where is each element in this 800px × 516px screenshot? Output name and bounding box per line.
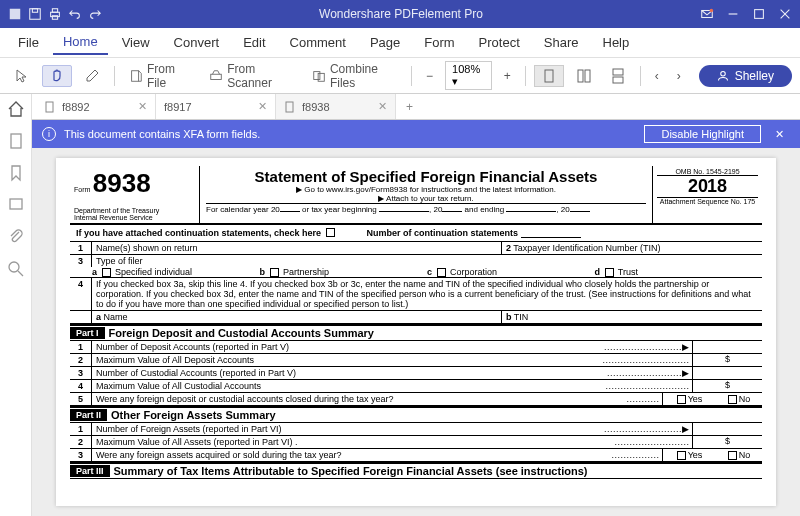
comments-icon[interactable] xyxy=(7,196,25,214)
minimize-icon[interactable] xyxy=(726,7,740,21)
side-rail xyxy=(0,94,32,516)
close-icon[interactable]: ✕ xyxy=(258,100,267,113)
menu-file[interactable]: File xyxy=(8,31,49,54)
svg-rect-26 xyxy=(46,102,53,112)
cont-checkbox[interactable] xyxy=(326,228,335,237)
page-width-button[interactable] xyxy=(570,66,598,86)
l4-text: If you checked box 3a, skip this line 4.… xyxy=(92,278,762,310)
menu-convert[interactable]: Convert xyxy=(164,31,230,54)
bookmarks-icon[interactable] xyxy=(7,164,25,182)
alert-close-icon[interactable]: ✕ xyxy=(769,128,790,141)
svg-rect-17 xyxy=(578,70,583,82)
form-title: Statement of Specified Foreign Financial… xyxy=(206,168,646,185)
l3b-checkbox[interactable] xyxy=(270,268,279,277)
l3a-checkbox[interactable] xyxy=(102,268,111,277)
form-goto: ▶ Go to www.irs.gov/Form8938 for instruc… xyxy=(206,185,646,194)
menu-page[interactable]: Page xyxy=(360,31,410,54)
tab-f8938[interactable]: f8938✕ xyxy=(276,94,396,119)
p2r3-no[interactable] xyxy=(728,451,737,460)
zoom-in-button[interactable]: + xyxy=(498,67,517,85)
search-icon[interactable] xyxy=(7,260,25,278)
svg-rect-18 xyxy=(585,70,590,82)
part2-header: Part II xyxy=(70,409,107,421)
svg-rect-19 xyxy=(613,69,623,75)
menu-comment[interactable]: Comment xyxy=(280,31,356,54)
svg-point-24 xyxy=(9,262,19,272)
xfa-alert: i This document contains XFA form fields… xyxy=(32,120,800,148)
home-icon[interactable] xyxy=(7,100,25,118)
edit-tool[interactable] xyxy=(78,66,106,86)
menu-protect[interactable]: Protect xyxy=(469,31,530,54)
maximize-icon[interactable] xyxy=(752,7,766,21)
combine-files-button[interactable]: Combine Files xyxy=(306,60,403,92)
dept-label: Department of the Treasury xyxy=(74,207,195,214)
p1r5-no[interactable] xyxy=(728,395,737,404)
p2r3-yes[interactable] xyxy=(677,451,686,460)
undo-icon[interactable] xyxy=(68,7,82,21)
svg-rect-14 xyxy=(314,71,320,79)
svg-rect-4 xyxy=(52,9,57,13)
omb-label: OMB No. 1545-2195 xyxy=(657,168,758,176)
from-scanner-button[interactable]: From Scanner xyxy=(203,60,300,92)
page-continuous-button[interactable] xyxy=(604,66,632,86)
menu-home[interactable]: Home xyxy=(53,30,108,55)
l3d-checkbox[interactable] xyxy=(605,268,614,277)
svg-rect-15 xyxy=(318,73,324,81)
attachments-icon[interactable] xyxy=(7,228,25,246)
part2-title: Other Foreign Assets Summary xyxy=(107,408,280,422)
prev-button[interactable]: ‹ xyxy=(649,67,665,85)
document-tabs: f8892✕ f8917✕ f8938✕ + xyxy=(32,94,800,120)
menu-help[interactable]: Help xyxy=(593,31,640,54)
cont-check-label: If you have attached continuation statem… xyxy=(76,228,321,238)
svg-rect-0 xyxy=(10,9,21,20)
svg-rect-1 xyxy=(30,9,41,20)
attseq-label: Attachment Sequence No. 175 xyxy=(657,197,758,205)
tab-f8892[interactable]: f8892✕ xyxy=(36,94,156,119)
p1r5-yes[interactable] xyxy=(677,395,686,404)
from-file-button[interactable]: From File xyxy=(123,60,197,92)
svg-rect-23 xyxy=(10,199,22,209)
zoom-out-button[interactable]: − xyxy=(420,67,439,85)
save-icon[interactable] xyxy=(28,7,42,21)
svg-rect-16 xyxy=(545,70,553,82)
svg-point-21 xyxy=(720,71,725,76)
zoom-value[interactable]: 108% ▾ xyxy=(445,61,492,90)
svg-rect-12 xyxy=(132,70,139,81)
cont-num-label: Number of continuation statements xyxy=(367,228,519,238)
document-viewport[interactable]: Form 8938 Department of the Treasury Int… xyxy=(32,148,800,516)
tab-f8917[interactable]: f8917✕ xyxy=(156,94,276,119)
part1-header: Part I xyxy=(70,327,105,339)
form-attach: ▶ Attach to your tax return. xyxy=(206,194,646,203)
svg-rect-9 xyxy=(755,10,764,19)
svg-rect-20 xyxy=(613,77,623,83)
page-fit-button[interactable] xyxy=(534,65,564,87)
next-button[interactable]: › xyxy=(671,67,687,85)
menu-share[interactable]: Share xyxy=(534,31,589,54)
alert-message: This document contains XFA form fields. xyxy=(64,128,260,140)
menu-form[interactable]: Form xyxy=(414,31,464,54)
menu-view[interactable]: View xyxy=(112,31,160,54)
select-tool[interactable] xyxy=(8,66,36,86)
svg-rect-22 xyxy=(11,134,21,148)
l3c-checkbox[interactable] xyxy=(437,268,446,277)
menubar: File Home View Convert Edit Comment Page… xyxy=(0,28,800,58)
user-button[interactable]: Shelley xyxy=(699,65,792,87)
svg-line-25 xyxy=(18,271,23,276)
app-title: Wondershare PDFelement Pro xyxy=(102,7,700,21)
hand-tool[interactable] xyxy=(42,65,72,87)
form-label: Form xyxy=(74,186,90,193)
disable-highlight-button[interactable]: Disable Highlight xyxy=(644,125,761,143)
titlebar: Wondershare PDFelement Pro xyxy=(0,0,800,28)
print-icon[interactable] xyxy=(48,7,62,21)
menu-edit[interactable]: Edit xyxy=(233,31,275,54)
l1a-label: Name(s) shown on return xyxy=(92,242,502,254)
form-number: 8938 xyxy=(93,168,151,198)
thumbnails-icon[interactable] xyxy=(7,132,25,150)
close-icon[interactable]: ✕ xyxy=(138,100,147,113)
close-icon[interactable]: ✕ xyxy=(378,100,387,113)
redo-icon[interactable] xyxy=(88,7,102,21)
new-tab-button[interactable]: + xyxy=(396,100,423,114)
close-icon[interactable] xyxy=(778,7,792,21)
mail-icon[interactable] xyxy=(700,7,714,21)
svg-rect-27 xyxy=(286,102,293,112)
